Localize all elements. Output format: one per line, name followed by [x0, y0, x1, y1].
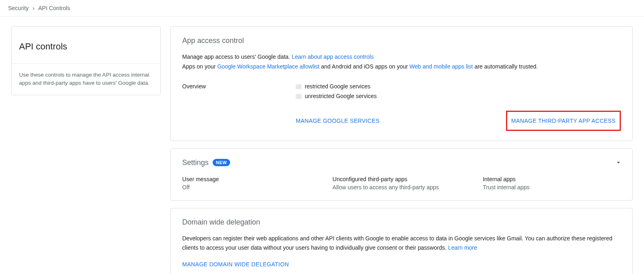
settings-col-internal-apps: Internal apps Trust internal apps — [483, 176, 621, 191]
manage-google-services-button[interactable]: MANAGE GOOGLE SERVICES — [296, 118, 379, 124]
setting-title: User message — [182, 176, 320, 182]
overview-label: Overview — [182, 83, 296, 99]
highlight-annotation: MANAGE THIRD-PARTY APP ACCESS — [506, 111, 621, 131]
text: and Android and iOS apps on your — [321, 63, 408, 70]
settings-col-unconfigured-apps: Unconfigured third-party apps Allow user… — [332, 176, 470, 191]
panel-heading: App access control — [182, 36, 621, 45]
setting-value: Off — [182, 184, 320, 191]
restricted-services-line: restricted Google services — [296, 83, 377, 90]
redacted-count — [296, 84, 302, 89]
app-access-control-panel: App access control Manage app access to … — [170, 26, 633, 141]
text: are automatically trusted. — [474, 63, 538, 70]
redacted-count — [296, 94, 302, 99]
text: unrestricted Google services — [305, 93, 377, 99]
web-mobile-apps-link[interactable]: Web and mobile apps list — [409, 63, 473, 70]
setting-value: Allow users to access any third-party ap… — [332, 184, 470, 191]
panel-heading: Settings — [182, 158, 209, 167]
chevron-right-icon: › — [32, 5, 34, 11]
delegation-desc: Developers can register their web applic… — [182, 235, 612, 251]
side-info-card: API controls Use these controls to manag… — [11, 26, 161, 95]
page-description: Use these controls to manage the API acc… — [12, 64, 160, 95]
text: restricted Google services — [305, 83, 370, 90]
access-intro-text: Manage app access to users' Google data. — [182, 54, 290, 60]
setting-title: Unconfigured third-party apps — [332, 176, 470, 182]
learn-more-delegation-link[interactable]: Learn more — [448, 244, 477, 251]
marketplace-allowlist-link[interactable]: Google Workspace Marketplace allowlist — [217, 63, 319, 70]
new-badge: NEW — [213, 159, 230, 166]
panel-heading: Domain wide delegation — [182, 218, 621, 227]
setting-value: Trust internal apps — [483, 184, 621, 191]
manage-third-party-app-access-button[interactable]: MANAGE THIRD-PARTY APP ACCESS — [511, 118, 616, 124]
settings-panel[interactable]: Settings NEW User message Off Unconfigur… — [170, 148, 633, 201]
page-title: API controls — [12, 27, 160, 64]
breadcrumb-current: API Controls — [38, 5, 70, 11]
breadcrumb: Security › API Controls — [0, 0, 644, 17]
domain-wide-delegation-panel: Domain wide delegation Developers can re… — [170, 208, 633, 274]
manage-domain-wide-delegation-button[interactable]: MANAGE DOMAIN WIDE DELEGATION — [182, 261, 289, 268]
settings-col-user-message: User message Off — [182, 176, 320, 191]
breadcrumb-parent[interactable]: Security — [8, 5, 29, 11]
setting-title: Internal apps — [483, 176, 621, 182]
learn-access-controls-link[interactable]: Learn about app access controls — [292, 54, 374, 60]
unrestricted-services-line: unrestricted Google services — [296, 93, 377, 99]
text: Apps on your — [182, 63, 216, 70]
chevron-down-icon[interactable] — [614, 158, 622, 168]
